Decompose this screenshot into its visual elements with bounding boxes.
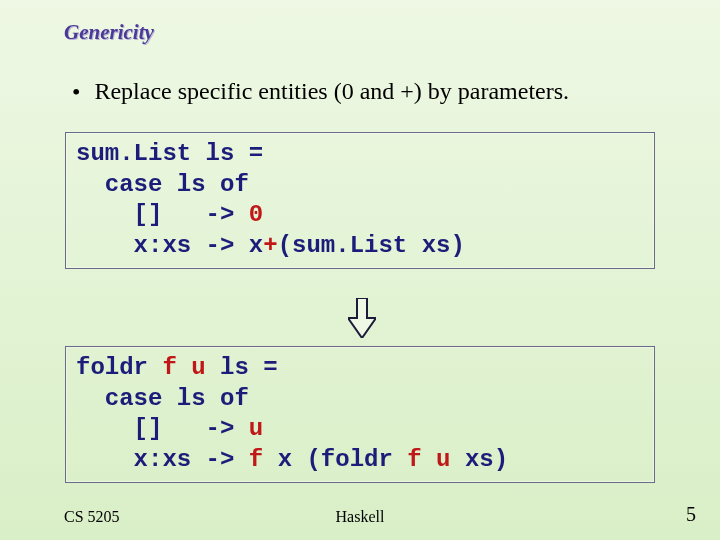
code-line: x:xs -> x xyxy=(76,232,263,259)
down-arrow-icon xyxy=(348,298,376,338)
code-line: [] -> xyxy=(76,201,249,228)
bullet-text: Replace specific entities (0 and +) by p… xyxy=(94,78,569,105)
code-line: foldr xyxy=(76,354,162,381)
footer-page-number: 5 xyxy=(686,503,696,526)
code-line: case ls of xyxy=(76,385,249,412)
code-highlight: + xyxy=(263,232,277,259)
footer-topic: Haskell xyxy=(0,508,720,526)
code-line: case ls of xyxy=(76,171,249,198)
slide-title: Genericity xyxy=(64,20,154,45)
code-sumlist: sum.List ls = case ls of [] -> 0 x:xs ->… xyxy=(76,139,644,262)
code-box-foldr: foldr f u ls = case ls of [] -> u x:xs -… xyxy=(65,346,655,483)
code-box-sumlist: sum.List ls = case ls of [] -> 0 x:xs ->… xyxy=(65,132,655,269)
code-highlight: 0 xyxy=(249,201,263,228)
code-foldr: foldr f u ls = case ls of [] -> u x:xs -… xyxy=(76,353,644,476)
code-line: [] -> xyxy=(76,415,249,442)
code-line: sum.List ls = xyxy=(76,140,263,167)
code-highlight: f u xyxy=(407,446,450,473)
code-highlight: f xyxy=(249,446,263,473)
code-line: x (foldr xyxy=(263,446,407,473)
code-line: (sum.List xs) xyxy=(278,232,465,259)
code-line: ls = xyxy=(206,354,278,381)
code-highlight: u xyxy=(249,415,263,442)
code-line: x:xs -> xyxy=(76,446,249,473)
bullet-row: • Replace specific entities (0 and +) by… xyxy=(72,78,569,105)
bullet-marker: • xyxy=(72,80,80,104)
code-highlight: f u xyxy=(162,354,205,381)
code-line: xs) xyxy=(450,446,508,473)
